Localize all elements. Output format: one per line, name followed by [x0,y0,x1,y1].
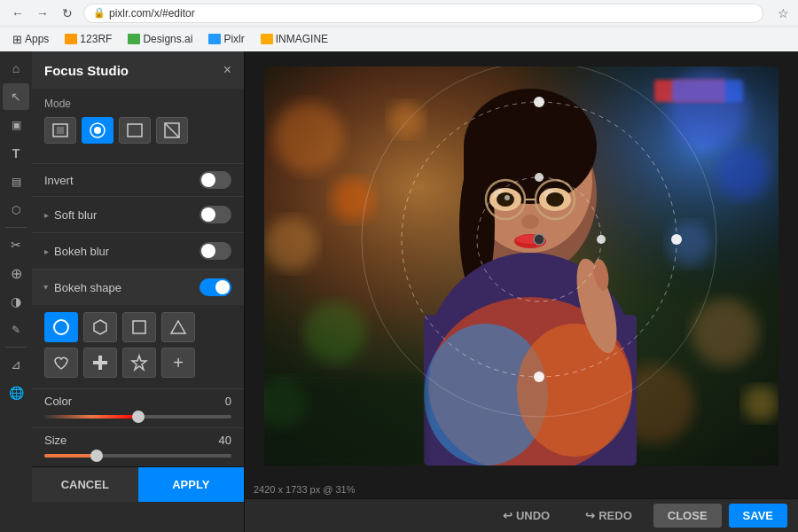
apply-button[interactable]: APPLY [138,467,245,502]
shape-square-btn[interactable] [122,312,156,342]
svg-point-18 [331,177,375,222]
panel-close-button[interactable]: × [223,62,231,78]
color-slider-track[interactable] [44,415,231,419]
bookmarks-bar: ⊞ Apps 123RF Designs.ai Pixlr INMAGINE [0,27,798,51]
tool-layers[interactable]: ▤ [3,168,29,195]
svg-point-64 [534,234,544,245]
bookmark-apps-label: Apps [25,33,49,45]
color-slider-thumb[interactable] [132,411,145,423]
svg-point-27 [743,386,778,421]
color-value: 0 [225,395,231,408]
photo-svg [264,66,778,466]
mode-custom-btn[interactable] [156,117,188,144]
svg-point-66 [597,235,606,244]
shape-circle-btn[interactable] [44,312,78,342]
bokeh-shape-toggle[interactable] [200,278,231,296]
photo-container [264,66,778,466]
svg-rect-1 [57,127,64,134]
bookmark-pixlr[interactable]: Pixlr [205,31,247,47]
canvas-main[interactable] [245,51,798,481]
tool-gradient[interactable]: ⊿ [3,351,29,378]
bookmark-designs-label: Designs.ai [143,33,192,45]
svg-marker-13 [132,356,146,370]
tool-select[interactable]: ↖ [3,83,29,110]
tool-adjust[interactable]: ⊕ [3,260,29,286]
svg-point-51 [505,195,510,200]
bokeh-shape-arrow: ▸ [42,286,51,290]
tool-toning[interactable]: ◑ [3,288,29,315]
svg-rect-12 [93,361,107,364]
toolbar-separator-2 [5,347,27,348]
save-button[interactable]: SAVE [729,504,787,528]
svg-marker-10 [171,321,185,333]
size-slider-track[interactable] [44,454,231,458]
shape-plus-btn[interactable]: + [161,348,195,378]
mode-label: Mode [44,98,231,110]
size-value: 40 [219,434,231,447]
invert-label: Invert [44,174,74,187]
color-slider-header: Color 0 [44,395,231,408]
shape-hexagon-btn[interactable] [83,312,117,342]
color-slider-section: Color 0 [32,388,244,427]
forward-button[interactable]: → [34,4,51,22]
mode-tilt-btn[interactable] [119,117,151,144]
panel-title: Focus Studio [44,63,129,78]
bokeh-shape-row[interactable]: ▸ Bokeh shape [32,269,244,305]
tool-cut[interactable]: ✂ [3,231,29,258]
undo-button[interactable]: ↩ UNDO [489,504,564,528]
svg-point-7 [54,320,68,334]
tool-draw[interactable]: ✎ [3,317,29,343]
mode-rect-btn[interactable] [44,117,76,144]
size-slider-thumb[interactable] [90,450,103,462]
size-slider-fill [44,454,97,458]
svg-rect-30 [672,80,743,102]
soft-blur-toggle[interactable] [200,206,231,223]
soft-blur-label: Soft blur [54,208,97,222]
tool-shape[interactable]: ⬡ [3,197,29,223]
invert-toggle[interactable] [200,171,231,189]
shape-triangle-btn[interactable] [161,312,195,342]
bookmark-pixlr-label: Pixlr [223,33,244,45]
bookmark-designs[interactable]: Designs.ai [124,31,196,47]
back-button[interactable]: ← [9,4,27,22]
undo-label: UNDO [516,509,550,522]
tool-home[interactable]: ⌂ [3,55,29,82]
bookmark-apps[interactable]: ⊞ Apps [9,31,52,48]
shape-grid: + [32,305,244,388]
shape-cross-btn[interactable] [83,348,117,378]
canvas-info: 2420 x 1733 px @ 31% [245,481,798,498]
tool-text[interactable]: T [3,140,29,167]
url-bar[interactable]: 🔒 pixlr.com/x/#editor [83,4,763,23]
shape-heart-btn[interactable] [44,348,78,378]
left-toolbar: ⌂ ↖ ▣ T ▤ ⬡ ✂ ⊕ ◑ ✎ ⊿ 🌐 [0,51,32,532]
mode-circle-btn[interactable] [82,117,113,144]
mode-buttons [44,117,231,144]
browser-toolbar: ← → ↻ 🔒 pixlr.com/x/#editor ☆ [0,0,798,27]
bottom-bar: ↩ UNDO ↪ REDO CLOSE SAVE [245,498,798,532]
size-slider-section: Size 40 [32,427,244,466]
close-button[interactable]: CLOSE [653,504,722,528]
svg-marker-8 [94,320,106,334]
tool-crop[interactable]: ▣ [3,112,29,138]
svg-point-65 [535,173,544,182]
svg-point-62 [671,234,682,245]
tool-web[interactable]: 🌐 [3,379,29,406]
bookmark-inmagine[interactable]: INMAGINE [257,31,332,47]
url-text: pixlr.com/x/#editor [109,7,195,20]
shape-star-btn[interactable] [122,348,156,378]
redo-icon: ↪ [585,509,595,522]
redo-button[interactable]: ↪ REDO [571,504,646,528]
bookmark-star[interactable]: ☆ [778,6,789,20]
svg-point-63 [534,372,544,382]
svg-point-61 [534,97,544,107]
color-label: Color [44,395,72,408]
panel-header: Focus Studio × [32,51,244,89]
soft-blur-row[interactable]: ▸ Soft blur [32,196,244,232]
bookmark-123rf[interactable]: 123RF [61,31,115,47]
bokeh-blur-toggle[interactable] [200,242,231,260]
cancel-button[interactable]: CANCEL [32,467,138,502]
mode-section: Mode [32,89,244,163]
bokeh-blur-row[interactable]: ▸ Bokeh blur [32,232,244,269]
bokeh-shape-label: Bokeh shape [54,281,121,294]
reload-button[interactable]: ↻ [59,4,76,22]
